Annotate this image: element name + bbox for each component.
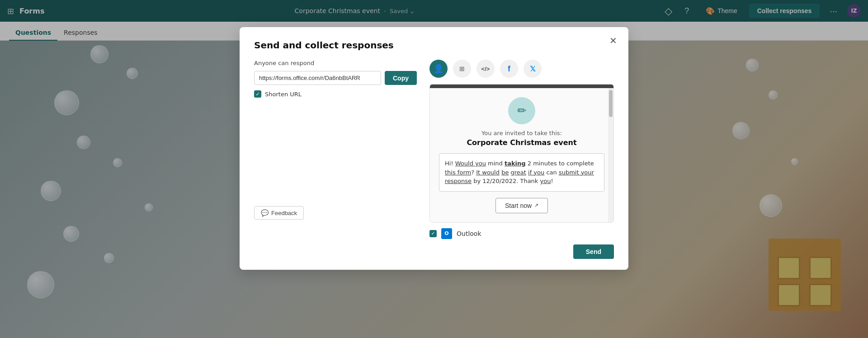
feedback-icon: 💬 xyxy=(261,209,269,216)
feedback-button[interactable]: 💬 Feedback xyxy=(254,206,304,220)
audience-label: Anyone can respond xyxy=(254,60,417,66)
copy-button[interactable]: Copy xyxy=(385,71,417,85)
outlook-row: O Outlook xyxy=(429,223,614,239)
preview-icon-circle: ✏ xyxy=(508,97,535,124)
external-link-icon: ↗ xyxy=(534,202,538,208)
share-embed-button[interactable]: </> xyxy=(476,60,495,78)
shorten-url-label: Shorten URL xyxy=(265,91,302,98)
pencil-icon: ✏ xyxy=(517,104,526,117)
preview-card: ✏ You are invited to take this: Corporat… xyxy=(429,84,614,223)
preview-message-box: Hi! Would you mind taking 2 minutes to c… xyxy=(439,153,604,192)
link-share-icon: 👤 xyxy=(434,64,443,74)
outlook-checkbox[interactable] xyxy=(429,230,437,237)
qr-code-icon: ⊞ xyxy=(459,65,465,72)
preview-top-bar xyxy=(430,84,613,88)
url-row: Copy xyxy=(254,71,417,85)
shorten-url-row: Shorten URL xyxy=(254,90,417,98)
scroll-track xyxy=(608,88,613,222)
share-facebook-button[interactable]: f xyxy=(500,60,518,78)
outlook-label: Outlook xyxy=(457,230,481,237)
modal-body: Anyone can respond Copy Shorten URL 💬 Fe… xyxy=(254,60,614,259)
facebook-icon: f xyxy=(508,64,510,74)
share-link-button[interactable]: 👤 xyxy=(429,60,448,78)
preview-form-title: Corporate Christmas event xyxy=(467,138,576,147)
embed-icon: </> xyxy=(481,66,490,72)
right-panel: 👤 ⊞ </> f 𝕏 xyxy=(429,60,614,259)
preview-scroll-container: ✏ You are invited to take this: Corporat… xyxy=(430,88,613,222)
left-panel: Anyone can respond Copy Shorten URL 💬 Fe… xyxy=(254,60,417,259)
url-input[interactable] xyxy=(254,71,381,85)
send-button[interactable]: Send xyxy=(573,244,614,259)
modal-title: Send and collect responses xyxy=(254,40,614,51)
modal-overlay: Send and collect responses ✕ Anyone can … xyxy=(0,0,868,338)
outlook-logo: O xyxy=(441,228,452,239)
send-row: Send xyxy=(429,239,614,259)
preview-invited-text: You are invited to take this: xyxy=(481,130,562,136)
twitter-icon: 𝕏 xyxy=(530,65,536,73)
modal-close-button[interactable]: ✕ xyxy=(607,34,619,47)
scroll-thumb[interactable] xyxy=(609,90,613,117)
send-collect-modal: Send and collect responses ✕ Anyone can … xyxy=(240,27,628,270)
close-icon: ✕ xyxy=(609,35,617,46)
share-qr-button[interactable]: ⊞ xyxy=(453,60,471,78)
start-now-button[interactable]: Start now ↗ xyxy=(495,198,548,213)
shorten-url-checkbox[interactable] xyxy=(254,90,261,98)
share-icons-row: 👤 ⊞ </> f 𝕏 xyxy=(429,60,614,78)
share-twitter-button[interactable]: 𝕏 xyxy=(524,60,542,78)
